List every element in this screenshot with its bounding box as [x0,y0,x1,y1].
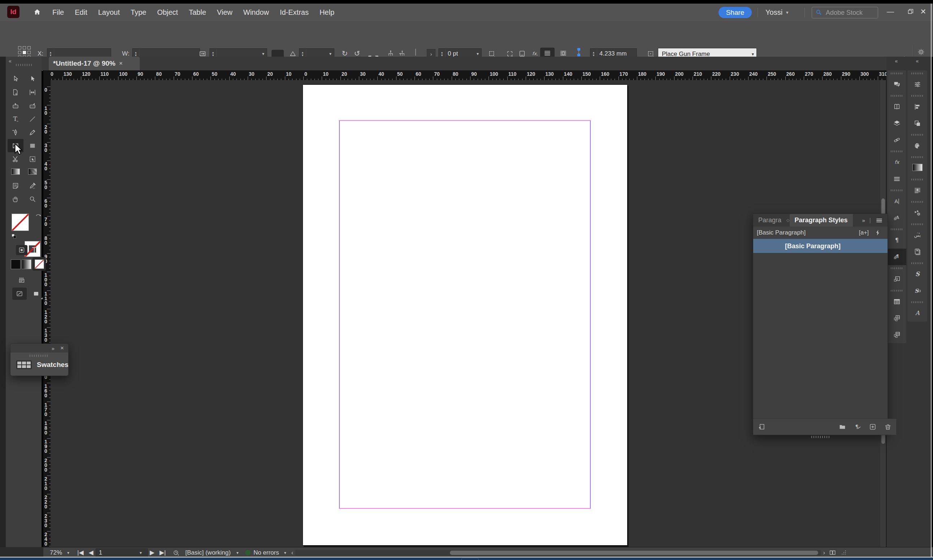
close-panel-icon[interactable]: × [60,345,64,352]
panel-group-grip-icon[interactable] [907,299,927,305]
document-tab[interactable]: *Untitled-17 @ 90% × [49,57,140,70]
page-tool[interactable] [8,86,23,99]
last-page-button[interactable]: ▶| [160,549,166,556]
swap-fill-stroke-icon[interactable] [35,212,42,218]
share-button[interactable]: Share [719,7,752,18]
menu-layout[interactable]: Layout [93,4,125,21]
ruler-corner[interactable] [43,70,51,80]
menu-window[interactable]: Window [238,4,275,21]
gradient-feather-tool[interactable] [25,166,40,179]
page-number-field[interactable]: 1 ▾ [96,548,148,557]
free-transform-tool[interactable] [25,152,40,166]
eyedropper-tool[interactable] [25,179,40,192]
pencil-tool[interactable] [25,126,40,139]
gradient-swatch-tool[interactable] [8,166,23,179]
user-menu[interactable]: Yossi ▾ [765,4,788,21]
collapse-dock-icon[interactable]: « [887,58,906,64]
line-tool[interactable] [25,112,40,126]
horizontal-scrollbar[interactable] [295,550,821,556]
collapse-panel-icon[interactable]: « [9,58,12,64]
resize-grip-icon[interactable] [811,436,830,438]
menu-edit[interactable]: Edit [69,4,93,21]
menu-type[interactable]: Type [125,4,152,21]
default-fill-stroke-icon[interactable] [11,233,17,240]
zoom-tool[interactable] [25,192,40,206]
zoom-dropdown-icon[interactable]: ▾ [67,550,69,555]
dock-panel-object-styles[interactable] [888,271,906,288]
quick-apply-icon[interactable] [874,229,882,237]
chevron-down-icon[interactable]: ▾ [137,550,145,555]
apply-none-button[interactable] [32,257,46,271]
new-style-group-icon[interactable] [838,423,846,431]
dock-panel-cell-styles[interactable] [888,310,906,326]
tab-paragraph-styles[interactable]: Paragraph Styles [790,214,853,226]
panel-group-grip-icon[interactable] [888,148,906,154]
dock-panel-scripts[interactable]: S [907,266,927,283]
scroll-right-icon[interactable]: › [823,549,825,556]
dock-panel-text-wrap[interactable] [907,182,927,199]
dock-panel-pathfinder[interactable] [907,115,927,132]
swatches-panel-header[interactable]: » × [11,344,68,352]
panel-group-grip-icon[interactable] [888,288,906,293]
panel-group-grip-icon[interactable] [907,154,927,160]
dock-panel-comments[interactable] [888,76,906,93]
errors-dropdown-icon[interactable]: ▾ [284,550,286,555]
style-row[interactable]: [Basic Paragraph] [753,239,888,253]
hand-tool[interactable] [8,192,23,206]
home-icon[interactable] [31,6,43,17]
tools-panel-header[interactable]: « [6,57,42,71]
error-status[interactable]: No errors [253,549,279,556]
drag-grip-icon[interactable] [16,64,32,66]
panel-group-grip-icon[interactable] [888,226,906,232]
formatting-affects-container-button[interactable] [16,245,28,255]
panel-group-grip-icon[interactable] [888,70,906,76]
paragraph-styles-panel[interactable]: Paragra ◇ Paragraph Styles » | [Basic Pa… [753,214,888,435]
delete-style-icon[interactable] [884,423,892,431]
dock-panel-cc-libraries[interactable] [907,205,927,221]
dock-panel-pages[interactable] [888,98,906,115]
dock-panel-properties[interactable] [907,76,927,93]
clear-overrides-icon[interactable]: ¶ [854,423,862,431]
panel-group-grip-icon[interactable] [907,132,927,137]
panel-group-grip-icon[interactable] [907,260,927,266]
tab-paragraph[interactable]: Paragra [753,214,786,226]
menu-file[interactable]: File [47,4,69,21]
scroll-left-icon[interactable]: ‹ [291,549,293,556]
menu-view[interactable]: View [211,4,238,21]
panel-menu-icon[interactable] [875,217,883,225]
first-page-button[interactable]: |◀ [77,549,84,556]
panel-group-grip-icon[interactable] [907,221,927,227]
spread-view-icon[interactable] [829,549,837,557]
panel-group-grip-icon[interactable] [907,199,927,205]
dock-panel-script-labels[interactable]: S [907,283,927,299]
close-tab-icon[interactable]: × [119,60,123,67]
swatches-panel[interactable]: » × Swatches [10,343,69,376]
styles-list-empty-area[interactable] [753,253,888,419]
note-tool[interactable] [8,179,23,192]
content-placer-tool[interactable] [25,99,40,112]
gear-icon[interactable] [916,47,927,57]
screen-mode-normal-button[interactable] [12,288,27,300]
collapse-panel-icon[interactable]: » [862,217,865,223]
menu-help[interactable]: Help [314,4,340,21]
document-page[interactable] [302,85,628,546]
panel-group-grip-icon[interactable] [907,177,927,182]
selection-tool[interactable] [8,72,23,86]
apply-gradient-button[interactable] [22,259,31,269]
preflight-icon[interactable] [172,549,180,557]
dock-panel-paragraph[interactable]: ¶ [888,232,906,249]
rectangle-tool[interactable] [25,139,40,152]
menu-id-extras[interactable]: Id-Extras [275,4,314,21]
type-tool[interactable]: T [8,112,23,126]
screen-mode-preview-button[interactable] [29,288,43,300]
close-button[interactable]: ✕ [915,4,931,20]
fill-color-swatch[interactable] [415,49,416,55]
dock-panel-gradient[interactable] [907,160,927,177]
style-override-icon[interactable]: [a+] [859,229,869,236]
formatting-affects-text-button[interactable]: T [29,245,39,255]
direct-selection-tool[interactable] [25,72,40,86]
dock-panel-stroke[interactable] [888,171,906,187]
dock-panel-table-styles[interactable] [888,326,906,343]
collapse-dock-icon[interactable]: « [907,58,927,64]
dock-panel-conditional-text[interactable] [907,243,927,260]
